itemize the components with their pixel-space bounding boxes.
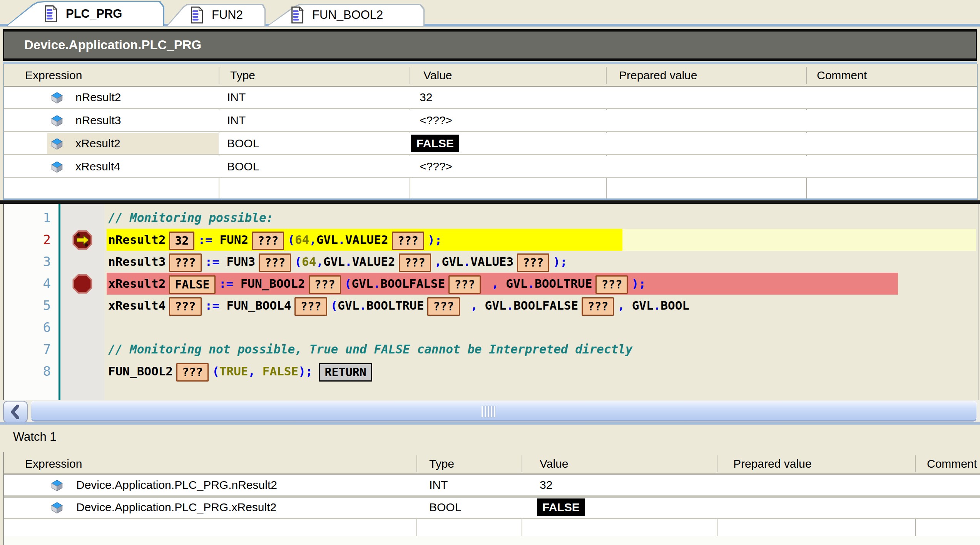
column-separator[interactable] — [522, 455, 522, 472]
tab-plc-prg[interactable]: PLC_PRG — [6, 1, 164, 26]
column-header-type[interactable]: Type — [429, 452, 454, 475]
inline-monitor-value[interactable]: ??? — [176, 363, 209, 382]
code-token: BOOLTRUE — [535, 277, 592, 290]
code-line-2-current[interactable]: 2 nResult232:= FUN2???(64,GVL.VALUE2???)… — [4, 229, 978, 251]
current-position-breakpoint-icon[interactable] — [72, 230, 92, 250]
return-flow-box[interactable]: RETURN — [319, 363, 372, 382]
value-badge-false: FALSE — [537, 498, 585, 516]
table-row[interactable]: nResult2 INT 32 — [4, 87, 977, 109]
code-token: BOOLFALSE — [513, 298, 578, 312]
inline-monitor-value[interactable]: ??? — [309, 275, 341, 294]
tab-fun2[interactable]: FUN2 — [166, 4, 266, 26]
st-code-editor[interactable]: 1 // Monitoring possible: 2 nResult232:=… — [3, 204, 978, 400]
column-header-expression[interactable]: Expression — [25, 452, 82, 475]
code-token: FUN_BOOL2 — [241, 277, 305, 290]
line-number: 1 — [4, 207, 51, 229]
breakpoint-icon[interactable] — [72, 274, 92, 294]
inline-monitor-value[interactable]: ??? — [392, 232, 424, 250]
table-row[interactable]: xResult4 BOOL <???> — [4, 156, 977, 178]
column-separator[interactable] — [915, 455, 916, 472]
tab-label: FUN_BOOL2 — [312, 8, 383, 22]
code-token: ( — [294, 255, 302, 268]
inline-monitor-value[interactable]: ??? — [169, 253, 201, 272]
column-header-comment[interactable]: Comment — [927, 452, 977, 475]
inline-monitor-value[interactable]: ??? — [252, 232, 284, 250]
code-line-7[interactable]: 7 // Monitoring not possible, True und F… — [4, 338, 978, 360]
row-selection-highlight — [47, 133, 219, 154]
code-text[interactable]: // Monitoring not possible, True und FAL… — [104, 338, 976, 360]
inline-monitor-value[interactable]: ??? — [595, 275, 628, 294]
line-number: 6 — [4, 317, 51, 338]
watch-row[interactable]: Device.Application.PLC_PRG.nResult2 INT … — [4, 475, 980, 497]
inline-monitor-value[interactable]: ??? — [582, 297, 614, 316]
code-token: , — [248, 364, 263, 378]
inline-monitor-value[interactable]: ??? — [294, 297, 327, 316]
inline-monitor-value[interactable]: ??? — [399, 253, 431, 272]
code-token: ); — [298, 364, 313, 378]
scrollbar-thumb[interactable] — [31, 401, 977, 422]
column-header-prepared-value[interactable]: Prepared value — [733, 452, 811, 475]
code-token: := — [205, 255, 227, 268]
code-line-1[interactable]: 1 // Monitoring possible: — [4, 207, 978, 229]
variable-icon — [51, 502, 63, 514]
scroll-left-button[interactable] — [3, 401, 28, 423]
code-line-6[interactable]: 6 — [4, 317, 978, 338]
inline-monitor-value[interactable]: ??? — [517, 253, 549, 272]
column-separator[interactable] — [606, 67, 607, 84]
inline-monitor-value[interactable]: ??? — [448, 275, 481, 294]
code-token: ( — [288, 233, 295, 247]
line-number: 8 — [4, 360, 51, 382]
column-separator[interactable] — [416, 455, 417, 472]
column-separator[interactable] — [806, 67, 807, 84]
code-text[interactable]: nResult3???:= FUN3???(64,GVL.VALUE2???,G… — [104, 251, 976, 273]
column-header-comment[interactable]: Comment — [817, 64, 867, 87]
divider — [3, 198, 978, 200]
code-token: ( — [345, 277, 352, 290]
code-token: 64 — [302, 255, 316, 268]
column-separator[interactable] — [219, 67, 219, 84]
code-text[interactable]: xResult4???:= FUN_BOOL4???(GVL.BOOLTRUE?… — [104, 295, 976, 317]
variable-icon — [51, 161, 63, 173]
splitter[interactable] — [0, 200, 980, 204]
code-token: BOOLTRUE — [366, 298, 424, 312]
code-text[interactable]: nResult232:= FUN2???(64,GVL.VALUE2???); — [104, 229, 976, 251]
table-row-selected[interactable]: xResult2 BOOL FALSE — [4, 133, 977, 155]
code-token: xResult4 — [108, 298, 166, 312]
code-line-4-breakpoint[interactable]: 4 xResult2FALSE:= FUN_BOOL2???(GVL.BOOLF… — [4, 273, 978, 295]
column-separator[interactable] — [410, 67, 410, 84]
cell-value: <???> — [420, 156, 452, 177]
inline-monitor-value[interactable]: FALSE — [169, 275, 215, 294]
cell-value: 32 — [420, 87, 432, 108]
code-text[interactable]: FUN_BOOL2???(TRUE, FALSE);RETURN — [104, 360, 976, 382]
column-header-type[interactable]: Type — [230, 64, 255, 87]
row-divider — [4, 496, 980, 498]
column-header-prepared-value[interactable]: Prepared value — [619, 64, 697, 87]
column-header-value[interactable]: Value — [423, 64, 452, 87]
code-token: FUN_BOOL4 — [227, 298, 291, 312]
inline-monitor-value[interactable]: ??? — [169, 297, 201, 316]
code-text[interactable]: xResult2FALSE:= FUN_BOOL2???(GVL.BOOLFAL… — [104, 273, 976, 295]
table-row[interactable]: nResult3 INT <???> — [4, 110, 977, 132]
code-line-3[interactable]: 3 nResult3???:= FUN3???(64,GVL.VALUE2???… — [4, 251, 978, 273]
code-token: xResult2 — [108, 277, 166, 290]
declaration-table-header: Expression Type Value Prepared value Com… — [4, 64, 977, 87]
inline-monitor-value[interactable]: 32 — [169, 232, 194, 250]
column-separator[interactable] — [717, 455, 717, 472]
column-header-value[interactable]: Value — [540, 452, 569, 475]
watch-row[interactable]: Device.Application.PLC_PRG.xResult2 BOOL… — [4, 497, 980, 519]
code-line-5[interactable]: 5 xResult4???:= FUN_BOOL4???(GVL.BOOLTRU… — [4, 295, 978, 317]
inline-monitor-value[interactable]: ??? — [427, 297, 460, 316]
code-token: // Monitoring possible: — [108, 211, 273, 225]
code-token: VALUE3 — [470, 255, 513, 268]
horizontal-scrollbar[interactable] — [0, 400, 980, 425]
line-number: 4 — [4, 273, 51, 295]
line-number: 2 — [4, 229, 51, 251]
code-line-8[interactable]: 8 FUN_BOOL2???(TRUE, FALSE);RETURN — [4, 360, 978, 382]
codesys-debug-window: PLC_PRG FUN2 FUN_BOOL2 Device.Applicatio… — [0, 0, 980, 545]
cell-type: INT — [429, 475, 448, 495]
column-header-expression[interactable]: Expression — [25, 64, 82, 87]
tab-fun-bool2[interactable]: FUN_BOOL2 — [267, 4, 425, 26]
code-text[interactable]: // Monitoring possible: — [104, 207, 976, 229]
inline-monitor-value[interactable]: ??? — [259, 253, 291, 272]
code-text[interactable] — [104, 317, 976, 338]
